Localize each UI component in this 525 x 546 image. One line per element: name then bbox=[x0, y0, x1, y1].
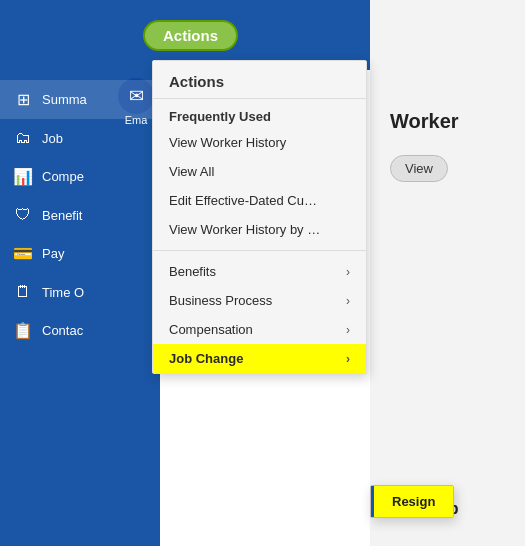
view-button[interactable]: View bbox=[390, 155, 448, 182]
sidebar-item-label: Summa bbox=[42, 92, 87, 107]
pay-icon: 💳 bbox=[12, 244, 34, 263]
menu-divider bbox=[153, 250, 366, 251]
chevron-right-icon: › bbox=[346, 352, 350, 366]
menu-item-business-process[interactable]: Business Process › bbox=[153, 286, 366, 315]
sidebar-item-compensation[interactable]: 📊 Compe bbox=[0, 157, 158, 196]
compensation-icon: 📊 bbox=[12, 167, 34, 186]
resign-popup: Resign bbox=[370, 485, 454, 518]
job-icon: 🗂 bbox=[12, 129, 34, 147]
menu-item-label: Benefits bbox=[169, 264, 216, 279]
sidebar-item-label: Compe bbox=[42, 169, 84, 184]
actions-dropdown: Actions Frequently Used View Worker Hist… bbox=[152, 60, 367, 374]
menu-item-label: Edit Effective-Dated Cu… bbox=[169, 193, 317, 208]
sidebar-item-label: Contac bbox=[42, 323, 83, 338]
menu-item-label: View Worker History by … bbox=[169, 222, 320, 237]
timeoff-icon: 🗒 bbox=[12, 283, 34, 301]
menu-item-label: Job Change bbox=[169, 351, 243, 366]
sidebar-item-label: Benefit bbox=[42, 208, 82, 223]
right-area bbox=[370, 0, 525, 546]
menu-title: Actions bbox=[153, 61, 366, 99]
sidebar-nav: ⊞ Summa 🗂 Job 📊 Compe 🛡 Benefit 💳 Pay 🗒 … bbox=[0, 80, 158, 350]
chevron-right-icon: › bbox=[346, 323, 350, 337]
sidebar-item-label: Job bbox=[42, 131, 63, 146]
worker-title: Worker bbox=[390, 110, 459, 133]
menu-item-view-worker-history-by[interactable]: View Worker History by … bbox=[153, 215, 366, 244]
sidebar-item-label: Time O bbox=[42, 285, 84, 300]
sidebar-item-summary[interactable]: ⊞ Summa bbox=[0, 80, 158, 119]
contact-icon: 📋 bbox=[12, 321, 34, 340]
chevron-right-icon: › bbox=[346, 294, 350, 308]
menu-item-view-worker-history[interactable]: View Worker History bbox=[153, 128, 366, 157]
frequently-used-header: Frequently Used bbox=[153, 99, 366, 128]
menu-item-benefits[interactable]: Benefits › bbox=[153, 257, 366, 286]
menu-item-label: View Worker History bbox=[169, 135, 286, 150]
sidebar-item-pay[interactable]: 💳 Pay bbox=[0, 234, 158, 273]
actions-button[interactable]: Actions bbox=[143, 20, 238, 51]
menu-item-label: Compensation bbox=[169, 322, 253, 337]
menu-item-label: Business Process bbox=[169, 293, 272, 308]
sidebar-item-job[interactable]: 🗂 Job bbox=[0, 119, 158, 157]
sidebar-item-benefits[interactable]: 🛡 Benefit bbox=[0, 196, 158, 234]
summary-icon: ⊞ bbox=[12, 90, 34, 109]
resign-item[interactable]: Resign bbox=[371, 486, 453, 517]
menu-item-job-change[interactable]: Job Change › bbox=[153, 344, 366, 373]
sidebar-item-label: Pay bbox=[42, 246, 64, 261]
sidebar-item-timeoff[interactable]: 🗒 Time O bbox=[0, 273, 158, 311]
chevron-right-icon: › bbox=[346, 265, 350, 279]
menu-item-view-all[interactable]: View All bbox=[153, 157, 366, 186]
benefits-icon: 🛡 bbox=[12, 206, 34, 224]
menu-item-edit-effective[interactable]: Edit Effective-Dated Cu… bbox=[153, 186, 366, 215]
menu-item-label: View All bbox=[169, 164, 214, 179]
menu-item-compensation[interactable]: Compensation › bbox=[153, 315, 366, 344]
sidebar-item-contact[interactable]: 📋 Contac bbox=[0, 311, 158, 350]
